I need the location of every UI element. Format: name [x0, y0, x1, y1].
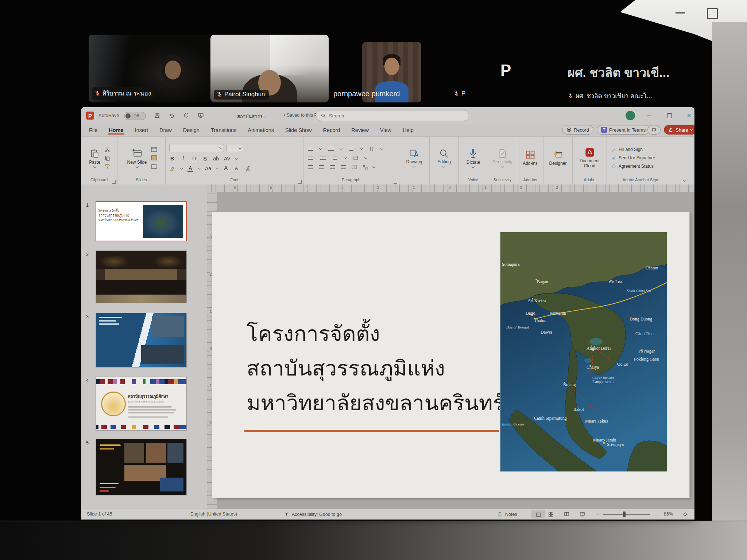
window-minimize-button[interactable]	[644, 112, 655, 120]
window-restore-button[interactable]	[664, 112, 675, 120]
zoom-percentage[interactable]: 86%	[664, 512, 673, 517]
tab-view[interactable]: View	[379, 126, 392, 135]
slide-thumbnail-1[interactable]: โครงการจัดตั้ง สถาบันสุวรรณภูมิแห่ง มหาว…	[96, 201, 187, 241]
decrease-font-size-button[interactable]: A	[233, 166, 239, 171]
editing-button[interactable]: Editing	[436, 148, 453, 168]
sensitivity-button[interactable]: Sensitivity	[491, 148, 514, 168]
present-in-teams-button[interactable]: T Present in Teams	[597, 125, 650, 135]
change-case-button[interactable]: Aa	[205, 166, 211, 171]
fill-and-sign-button[interactable]: Fill and Sign	[611, 147, 643, 152]
slide-canvas[interactable]: โครงการจัดตั้ง สถาบันสุวรรณภูมิแห่ง มหาว…	[212, 212, 689, 498]
font-name-select[interactable]	[169, 144, 224, 152]
clear-formatting-button[interactable]	[244, 166, 251, 171]
strikethrough-button[interactable]: ab	[213, 156, 219, 162]
bullets-button[interactable]	[307, 146, 314, 152]
redo-button[interactable]	[183, 112, 189, 120]
notes-button[interactable]: Notes	[497, 512, 517, 517]
tab-draw[interactable]: Draw	[159, 126, 173, 135]
convert-to-smartart-button[interactable]	[362, 164, 368, 170]
slide-map-image[interactable]: Somapura Bagan Sri Ksetra Bago Mottama T…	[500, 232, 667, 471]
slide-thumbnail-4[interactable]: สถาบันสุวรรณภูมิศึกษา SUVARNABHUMI STUDI…	[96, 377, 187, 431]
format-painter-button[interactable]	[104, 163, 111, 169]
zoom-in-button[interactable]: +	[654, 512, 658, 518]
powerpoint-app-icon[interactable]: P	[86, 112, 94, 120]
tab-animations[interactable]: Animations	[247, 126, 275, 135]
save-button[interactable]	[154, 112, 160, 120]
zoom-slider-track[interactable]	[603, 514, 650, 515]
numbering-button[interactable]	[328, 146, 334, 152]
tab-help[interactable]: Help	[402, 126, 414, 135]
tab-review[interactable]: Review	[351, 126, 369, 135]
participant-avatar-name[interactable]: ผศ. ชวลิต ขาวเขี...	[568, 63, 670, 82]
justify-button[interactable]	[340, 164, 347, 170]
columns-button[interactable]	[351, 164, 357, 170]
share-button[interactable]: Share	[664, 125, 694, 135]
paragraph-dialog-launcher[interactable]	[394, 180, 397, 184]
maximize-icon[interactable]	[707, 8, 718, 19]
clipboard-dialog-launcher[interactable]	[112, 180, 116, 184]
align-right-button[interactable]	[329, 164, 336, 170]
designer-button[interactable]: Designer	[547, 149, 568, 167]
video-tile-participant-2[interactable]: Pairot Singbun	[210, 35, 329, 102]
drawing-button[interactable]: Drawing	[404, 148, 424, 168]
slide-thumbnail-5[interactable]	[96, 439, 187, 495]
start-slideshow-icon[interactable]	[198, 112, 204, 120]
accessibility-checker[interactable]: Accessibility: Good to go	[283, 512, 342, 517]
reading-view-button[interactable]	[564, 512, 570, 518]
reset-slide-button[interactable]	[151, 155, 158, 161]
slideshow-view-button[interactable]	[579, 512, 585, 518]
account-avatar[interactable]	[626, 111, 635, 120]
align-text-button[interactable]	[352, 155, 359, 161]
font-dialog-launcher[interactable]	[298, 180, 302, 184]
agreement-status-button[interactable]: Agreement Status	[611, 164, 654, 169]
font-color-button[interactable]: A	[187, 166, 193, 172]
text-shadow-button[interactable]: S	[202, 156, 208, 162]
collapse-ribbon-icon[interactable]	[683, 179, 686, 182]
tab-insert[interactable]: Insert	[134, 126, 149, 135]
new-slide-button[interactable]: New Slide	[125, 147, 148, 168]
highlight-color-button[interactable]	[169, 166, 176, 171]
cut-button[interactable]	[104, 147, 111, 152]
fit-slide-to-window-button[interactable]	[682, 512, 688, 518]
line-spacing-button[interactable]	[332, 155, 338, 161]
increase-font-size-button[interactable]: A	[223, 165, 229, 172]
language-indicator[interactable]: English (United States)	[190, 512, 237, 517]
align-center-button[interactable]	[318, 164, 325, 170]
tab-home[interactable]: Home	[108, 126, 124, 135]
tab-slide-show[interactable]: Slide Show	[285, 126, 313, 135]
autosave-toggle[interactable]: Off	[124, 112, 146, 120]
tab-file[interactable]: File	[88, 126, 98, 135]
slide-title-text[interactable]: โครงการจัดตั้ง สถาบันสุวรรณภูมิแห่ง มหาว…	[247, 316, 504, 420]
decrease-indent-button[interactable]	[307, 155, 314, 161]
underline-button[interactable]: U	[191, 156, 197, 162]
slide-sorter-view-button[interactable]	[548, 512, 554, 518]
slide-thumbnail-3[interactable]	[96, 313, 187, 368]
send-for-signature-button[interactable]: Send for Signature	[611, 155, 655, 160]
increase-indent-button[interactable]	[320, 155, 326, 161]
list-level-button[interactable]	[348, 146, 355, 152]
zoom-out-button[interactable]: −	[596, 512, 599, 518]
window-close-button[interactable]: ×	[684, 112, 694, 120]
copy-button[interactable]	[104, 155, 111, 161]
section-button[interactable]	[151, 163, 158, 169]
slide-thumbnail-2[interactable]	[96, 250, 187, 303]
paste-button[interactable]: Paste	[87, 147, 102, 168]
tab-transitions[interactable]: Transitions	[210, 126, 237, 135]
tab-design[interactable]: Design	[182, 126, 200, 135]
video-tile-participant-1[interactable]: สิริธรรม ณ ระนอง	[89, 35, 210, 102]
slide-layout-button[interactable]	[151, 147, 158, 152]
font-size-select[interactable]	[227, 144, 243, 152]
addins-button[interactable]: Add-ins	[521, 149, 539, 167]
dictate-button[interactable]: Dictate	[465, 147, 482, 168]
participant-avatar-initial[interactable]: P	[500, 61, 511, 79]
italic-button[interactable]: I	[180, 156, 186, 162]
search-input[interactable]: Search	[316, 110, 469, 121]
comments-button[interactable]	[647, 125, 661, 135]
text-direction-button[interactable]	[368, 146, 375, 152]
document-filename[interactable]: สถาบันสุวรร...	[237, 113, 266, 120]
align-left-button[interactable]	[307, 164, 314, 170]
bold-button[interactable]: B	[169, 156, 175, 162]
zoom-slider-handle[interactable]	[623, 512, 626, 517]
undo-button[interactable]	[169, 112, 175, 120]
character-spacing-button[interactable]: AV	[224, 156, 231, 162]
